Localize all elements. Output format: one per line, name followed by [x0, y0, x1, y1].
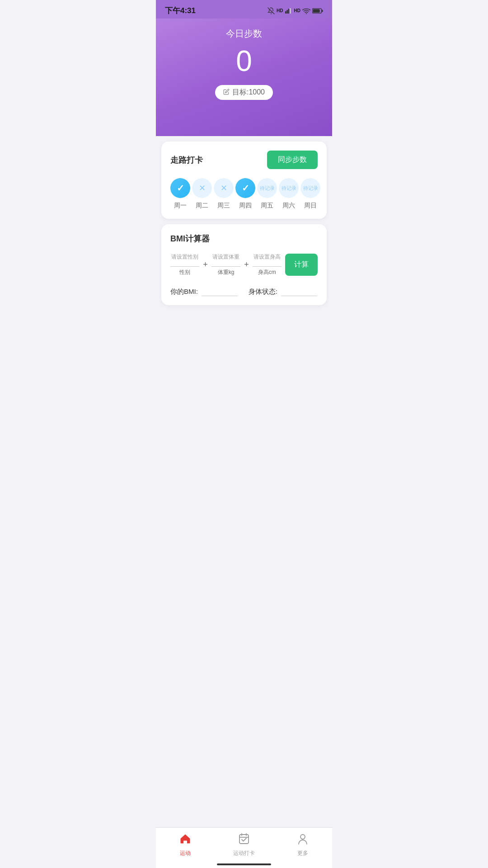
day-friday: 待记录 周五: [257, 178, 277, 210]
svg-rect-4: [290, 8, 291, 14]
arc-decoration: [172, 73, 316, 136]
weight-placeholder: 请设置体重: [212, 253, 239, 261]
day-circle-friday: 待记录: [257, 178, 277, 198]
wifi-icon: [302, 8, 310, 14]
day-circle-sunday: 待记录: [300, 178, 320, 198]
walk-checkin-card: 走路打卡 同步步数 ✓ 周一 ✕ 周二 ✕: [161, 142, 327, 219]
svg-point-5: [306, 13, 307, 14]
height-field-line: [253, 263, 282, 267]
sport-nav-label: 运动: [180, 849, 191, 857]
nav-item-more[interactable]: 更多: [273, 832, 332, 857]
day-label-tuesday: 周二: [196, 202, 208, 210]
bmi-result: 你的BMI: 身体状态:: [170, 287, 318, 296]
day-circle-thursday: ✓: [235, 178, 255, 198]
hd2-label: HD: [294, 8, 300, 13]
battery-icon: [312, 8, 323, 14]
day-monday: ✓ 周一: [170, 178, 190, 210]
pending-label-saturday: 待记录: [282, 185, 296, 192]
nav-item-checkin[interactable]: 运动打卡: [215, 832, 273, 857]
home-indicator: [217, 863, 271, 865]
bmi-value-item: 你的BMI:: [170, 287, 238, 296]
day-wednesday: ✕ 周三: [214, 178, 234, 210]
status-time: 下午4:31: [165, 5, 196, 16]
height-input-group: 请设置身高 身高cm: [253, 253, 282, 276]
more-nav-label: 更多: [297, 849, 308, 857]
bmi-card-header: BMI计算器: [170, 233, 318, 244]
x-icon-tuesday: ✕: [199, 183, 206, 193]
day-circle-monday: ✓: [170, 178, 190, 198]
days-grid: ✓ 周一 ✕ 周二 ✕ 周三 ✓: [170, 178, 318, 210]
height-placeholder: 请设置身高: [253, 253, 281, 261]
day-circle-wednesday: ✕: [214, 178, 234, 198]
body-status-label: 身体状态:: [249, 288, 277, 296]
steps-header: 今日步数 0 目标:1000: [156, 19, 332, 136]
checkin-icon: [238, 832, 250, 848]
svg-rect-9: [239, 835, 249, 844]
bmi-inputs: 请设置性别 性别 + 请设置体重 体重kg + 请设置身高 身高cm 计算: [170, 253, 318, 276]
day-sunday: 待记录 周日: [300, 178, 320, 210]
signal-icon: [285, 8, 292, 14]
gender-sublabel: 性别: [179, 269, 190, 276]
check-icon-monday: ✓: [177, 183, 184, 193]
bmi-value: [202, 287, 238, 296]
day-label-sunday: 周日: [304, 202, 317, 210]
plus-sign-2: +: [244, 260, 249, 269]
day-label-monday: 周一: [174, 202, 187, 210]
weight-input-group: 请设置体重 体重kg: [211, 253, 240, 276]
gender-placeholder: 请设置性别: [171, 253, 198, 261]
more-icon: [296, 832, 309, 848]
svg-point-10: [300, 835, 305, 839]
walk-checkin-title: 走路打卡: [170, 155, 203, 165]
day-label-saturday: 周六: [282, 202, 295, 210]
day-label-friday: 周五: [261, 202, 273, 210]
day-circle-tuesday: ✕: [192, 178, 212, 198]
pending-label-friday: 待记录: [260, 185, 275, 192]
body-status-value: [281, 287, 317, 296]
plus-sign-1: +: [203, 260, 208, 269]
weight-sublabel: 体重kg: [218, 269, 235, 276]
day-circle-saturday: 待记录: [279, 178, 299, 198]
x-icon-wednesday: ✕: [221, 183, 227, 193]
day-label-thursday: 周四: [239, 202, 252, 210]
weight-field-line: [211, 263, 240, 267]
bell-slash-icon: [267, 7, 275, 14]
status-icons: HD HD: [267, 7, 323, 14]
svg-rect-8: [313, 9, 319, 13]
svg-rect-3: [288, 9, 289, 14]
height-sublabel: 身高cm: [258, 269, 276, 276]
check-icon-thursday: ✓: [242, 183, 249, 193]
gender-input-group: 请设置性别 性别: [170, 253, 199, 276]
sport-icon: [179, 832, 192, 848]
status-bar: 下午4:31 HD HD: [156, 0, 332, 19]
checkin-nav-label: 运动打卡: [233, 849, 255, 857]
steps-title: 今日步数: [165, 28, 323, 40]
nav-item-sport[interactable]: 运动: [156, 832, 215, 857]
svg-rect-7: [322, 9, 323, 12]
main-content: 今日步数 0 目标:1000 走路打卡 同步步数 ✓: [156, 19, 332, 347]
day-tuesday: ✕ 周二: [192, 178, 212, 210]
card-header: 走路打卡 同步步数: [170, 151, 318, 169]
day-saturday: 待记录 周六: [279, 178, 299, 210]
svg-rect-1: [285, 11, 286, 13]
hd-label: HD: [277, 8, 283, 13]
svg-line-0: [268, 7, 275, 14]
day-thursday: ✓ 周四: [235, 178, 255, 210]
bmi-calculator-card: BMI计算器 请设置性别 性别 + 请设置体重 体重kg + 请设置身高 身高c…: [161, 224, 327, 305]
gender-field-line: [170, 263, 199, 267]
calc-button[interactable]: 计算: [285, 254, 318, 276]
bmi-title: BMI计算器: [170, 233, 210, 244]
body-status-item: 身体状态:: [249, 287, 317, 296]
day-label-wednesday: 周三: [217, 202, 230, 210]
bmi-label: 你的BMI:: [170, 288, 198, 296]
svg-rect-2: [286, 10, 288, 14]
pending-label-sunday: 待记录: [303, 185, 318, 192]
sync-steps-button[interactable]: 同步步数: [267, 151, 318, 169]
